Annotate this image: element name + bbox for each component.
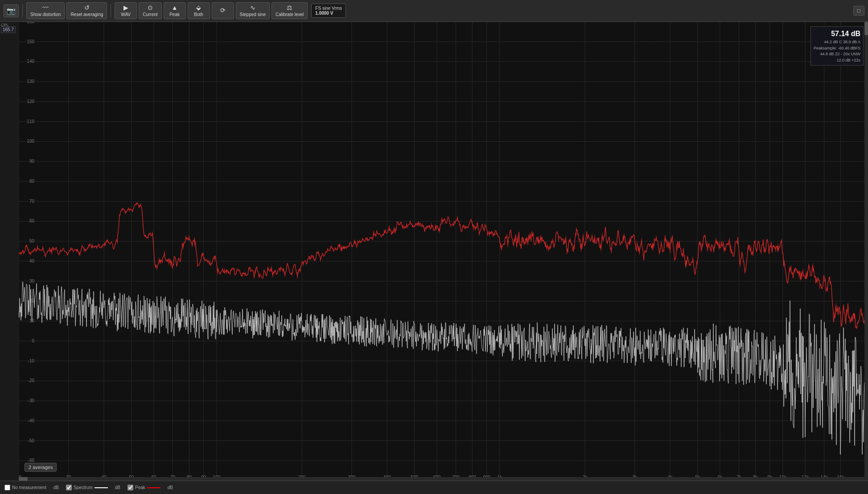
calibrate-level-button[interactable]: ⚖ Calibrate level: [272, 2, 308, 19]
no-measurement-label: No measurement: [12, 485, 46, 490]
horizontal-scrollbar[interactable]: [19, 477, 868, 481]
toolbar: 📷 〰 Show distortion ↺ Reset averaging ▶ …: [0, 0, 868, 22]
spectrum-legend-line: [95, 487, 108, 488]
averages-badge: 2 averages: [25, 463, 57, 472]
peak-checkbox[interactable]: [128, 485, 133, 490]
info-line4: 12.0 dB +22x: [814, 58, 860, 64]
window-control-button[interactable]: □: [853, 6, 864, 16]
db2-label: dB: [115, 485, 120, 490]
peak-legend-line: [147, 487, 160, 488]
peak-label: Peak: [135, 485, 145, 490]
chart-canvas-wrap: [19, 22, 868, 481]
camera-button[interactable]: 📷: [4, 4, 19, 17]
vertical-scrollbar-thumb[interactable]: [864, 22, 868, 35]
info-line1: 44.2 dB C 38.9 dB A: [814, 39, 860, 45]
status-bar: No measurement dB Spectrum dB Peak dB: [0, 481, 868, 494]
loop-button[interactable]: ⟳: [212, 2, 234, 19]
spectrum-checkbox[interactable]: [66, 485, 72, 490]
show-distortion-button[interactable]: 〰 Show distortion: [26, 2, 65, 19]
db-range-value: 165.7: [1, 26, 16, 33]
main-db-value: 57.14 dB: [814, 29, 860, 39]
no-measurement-checkbox[interactable]: [4, 485, 10, 490]
wav-button[interactable]: ▶ WAV: [115, 2, 137, 19]
peak-item: Peak: [128, 485, 160, 490]
db3-label-item: dB: [168, 485, 173, 490]
spectrum-label: Spectrum: [74, 485, 93, 490]
chart-area: CPL 165.7 57.14 dB 44.2 dB C 38.9 dB A P…: [0, 22, 868, 481]
current-button[interactable]: ⊙ Current: [139, 2, 161, 19]
db-label-item: dB: [53, 485, 59, 490]
fs-display: FS sine Vrms 1.0000 V: [311, 4, 346, 18]
spectrum-chart[interactable]: [19, 22, 868, 481]
spectrum-item: Spectrum: [66, 485, 108, 490]
db3-label: dB: [168, 485, 173, 490]
horizontal-scrollbar-thumb[interactable]: [19, 477, 28, 481]
db2-label-item: dB: [115, 485, 120, 490]
no-measurement-item: No measurement: [4, 485, 46, 490]
info-line2: Peaksample: -60.46 dBFS: [814, 45, 860, 52]
reset-averaging-button[interactable]: ↺ Reset averaging: [66, 2, 107, 19]
y-axis: CPL 165.7: [0, 22, 19, 481]
info-box: 57.14 dB 44.2 dB C 38.9 dB A Peaksample:…: [810, 26, 864, 66]
vertical-scrollbar[interactable]: [864, 22, 868, 477]
peak-button[interactable]: ▲ Peak: [164, 2, 186, 19]
stepped-sine-button[interactable]: ∿ Stepped sine: [236, 2, 270, 19]
both-button[interactable]: ⬙ Both: [188, 2, 210, 19]
info-line3: 44.8 dB Z2 - 20x UNW: [814, 51, 860, 58]
db-label: dB: [53, 485, 59, 490]
